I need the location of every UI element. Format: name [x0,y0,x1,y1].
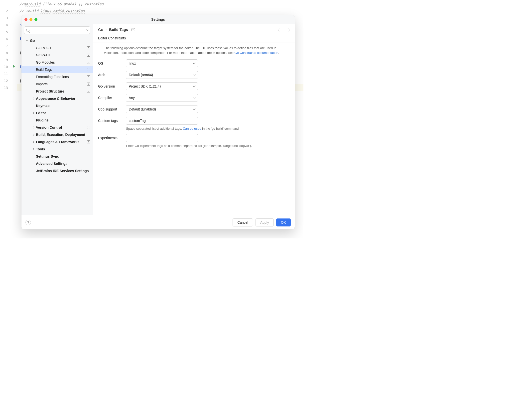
run-gutter-icon[interactable] [13,65,15,68]
chevron-right-icon: › [106,28,107,31]
section-title: Editor Constraints [98,36,290,40]
tree-item[interactable]: Appearance & Behavior [21,95,93,102]
tree-item[interactable]: Formatting Functions [21,73,93,80]
section-description: The following options describe the targe… [104,46,284,55]
settings-sidebar: GoGOROOTGOPATHGo ModulesBuild TagsFormat… [21,24,93,215]
tree-item[interactable]: Tools [21,145,93,153]
tree-expander-icon[interactable] [31,140,35,144]
chevron-down-icon [193,96,195,99]
settings-tree[interactable]: GoGOROOTGOPATHGo ModulesBuild TagsFormat… [21,36,93,215]
cgo-select[interactable]: Default (Enabled) [126,105,198,113]
tree-item-label: Version Control [36,125,87,129]
tree-item[interactable]: Settings Sync [21,153,93,160]
tree-item[interactable]: Editor [21,109,93,116]
search-icon [26,29,29,32]
tree-item[interactable]: Build, Execution, Deployment [21,131,93,138]
experiments-input-wrap [126,134,198,142]
tree-item[interactable]: Keymap [21,102,93,109]
compiler-select[interactable]: Any [126,94,198,102]
project-scope-icon [132,28,135,31]
settings-content: Go › Build Tags Editor Constraints The f… [93,24,295,215]
arch-label: Arch [98,73,126,77]
cancel-button[interactable]: Cancel [233,218,253,226]
tree-item-label: Languages & Frameworks [36,140,87,144]
tree-item[interactable]: Imports [21,80,93,88]
custom-tags-hint: Space-separated list of additional tags.… [126,127,276,130]
project-scope-icon [87,75,90,78]
tree-item-label: Appearance & Behavior [36,97,90,101]
chevron-down-icon [193,84,195,87]
doc-link[interactable]: Go Constraints documentation [234,51,278,55]
cgo-label: Cgo support [98,107,126,111]
tree-item-label: Tools [36,147,90,151]
tree-item[interactable]: GOROOT [21,44,93,51]
arch-select[interactable]: Default (arm64) [126,71,198,79]
tree-item[interactable]: Build Tags [21,66,93,73]
tree-item-label: Advanced Settings [36,162,90,166]
editor-gutter: 12345678910111213 [0,0,10,238]
tree-item-label: Go Modules [36,60,87,64]
ok-button[interactable]: OK [276,218,291,226]
go-version-label: Go version [98,84,126,88]
project-scope-icon [87,140,90,143]
tree-item-label: Imports [36,82,87,86]
tree-item-label: Formatting Functions [36,75,87,79]
tree-item[interactable]: Plugins [21,116,93,124]
chevron-down-icon [193,107,195,110]
tree-item-label: Plugins [36,118,90,122]
dialog-title: Settings [21,17,295,21]
apply-button[interactable]: Apply [256,218,274,226]
breadcrumb-root[interactable]: Go [98,27,103,32]
experiments-input[interactable] [129,136,195,140]
tree-item-label: Build, Execution, Deployment [36,133,90,137]
nav-forward-icon[interactable] [287,28,290,31]
tree-item-label: Editor [36,111,90,115]
tree-item-label: Go [30,39,90,43]
tree-item-label: Settings Sync [36,154,90,158]
search-input[interactable] [31,28,86,32]
tree-item-label: Project Structure [36,89,87,93]
tree-item[interactable]: Go Modules [21,59,93,66]
tree-expander-icon[interactable] [31,126,35,129]
nav-back-icon[interactable] [278,28,281,31]
project-scope-icon [87,126,90,129]
hint-link[interactable]: Can be used [183,127,201,130]
tree-item[interactable]: Version Control [21,124,93,131]
go-version-select[interactable]: Project SDK (1.21.4) [126,82,198,90]
tree-expander-icon[interactable] [31,147,35,151]
project-scope-icon [87,54,90,57]
tree-item-label: Keymap [36,104,90,108]
settings-dialog: Settings GoGOROOTGOPATHGo ModulesBuild T… [21,15,295,229]
project-scope-icon [87,90,90,93]
custom-tags-input[interactable] [129,119,195,123]
settings-search[interactable] [24,26,90,34]
tree-item[interactable]: GOPATH [21,51,93,59]
tree-expander-icon[interactable] [25,39,29,42]
tree-item-label: Build Tags [36,68,87,72]
os-label: OS [98,61,126,65]
chevron-down-icon [193,61,195,64]
dialog-footer: ? Cancel Apply OK [21,215,295,229]
search-history-icon[interactable] [86,29,88,31]
chevron-down-icon [193,73,195,76]
tree-item-label: GOROOT [36,46,87,50]
tree-item[interactable]: Go [21,37,93,44]
breadcrumb: Go › Build Tags [98,27,290,32]
tree-expander-icon[interactable] [31,133,35,136]
custom-tags-input-wrap [126,117,198,125]
project-scope-icon [87,46,90,49]
project-scope-icon [87,61,90,64]
help-button[interactable]: ? [25,220,31,225]
tree-item[interactable]: JetBrains IDE Services Settings [21,167,93,174]
tree-item[interactable]: Advanced Settings [21,160,93,167]
os-select[interactable]: linux [126,59,198,67]
experiments-hint: Enter Go experiment tags as a comma-sepa… [126,144,276,148]
breadcrumb-leaf: Build Tags [109,27,128,32]
tree-item-label: GOPATH [36,53,87,57]
project-scope-icon [87,68,90,71]
project-scope-icon [87,83,90,86]
tree-item[interactable]: Languages & Frameworks [21,138,93,145]
tree-expander-icon[interactable] [31,97,35,100]
tree-expander-icon[interactable] [31,111,35,115]
tree-item[interactable]: Project Structure [21,88,93,95]
